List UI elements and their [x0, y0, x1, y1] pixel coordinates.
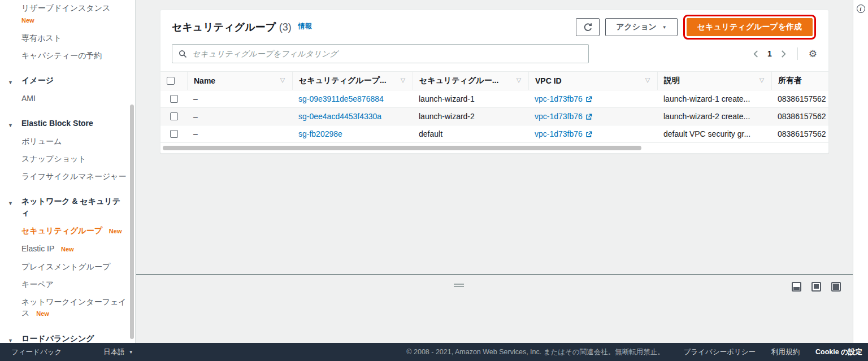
vpc-id-link[interactable]: vpc-1d73fb76: [535, 94, 583, 103]
detail-panel: [136, 274, 853, 343]
info-icon[interactable]: i: [857, 5, 865, 13]
sidebar-item-label: 専有ホスト: [21, 33, 62, 42]
cell-sg-name: launch-wizard-1: [413, 90, 528, 107]
security-groups-table: Name ▽ セキュリティグループ... ▽ セキュリティグルー... ▽ VP…: [160, 71, 828, 143]
sidebar: リザーブドインスタンス New 専有ホスト キャパシティーの予約 ▼ イメージ …: [0, 0, 136, 343]
sidebar-item-reserved-instances[interactable]: リザーブドインスタンス New: [21, 2, 127, 26]
actions-button[interactable]: アクション ▼: [605, 18, 678, 36]
create-security-group-label: セキュリティグループを作成: [697, 22, 802, 32]
sidebar-scrollbar[interactable]: [130, 105, 134, 339]
table-row: – sg-0ee4acd4453f4330a launch-wizard-2 v…: [160, 108, 828, 125]
divider: [797, 47, 798, 60]
caret-down-icon: ▼: [8, 335, 13, 343]
sidebar-item-dedicated-hosts[interactable]: 専有ホスト: [21, 32, 127, 44]
external-link-icon: [585, 96, 592, 103]
cell-description: launch-wizard-2 create...: [657, 108, 771, 125]
chevron-left-icon[interactable]: [753, 50, 759, 58]
language-selector[interactable]: 日本語 ▼: [103, 347, 133, 357]
create-security-group-button[interactable]: セキュリティグループを作成: [687, 18, 813, 36]
sg-id-link[interactable]: sg-fb20298e: [298, 129, 342, 138]
cell-owner: 08386157562: [771, 108, 828, 125]
column-header-owner[interactable]: 所有者: [771, 72, 828, 90]
vpc-id-link[interactable]: vpc-1d73fb76: [535, 112, 583, 121]
refresh-button[interactable]: [576, 18, 600, 36]
result-count: (3): [279, 21, 292, 33]
panel-resize-handle[interactable]: [454, 284, 464, 288]
sidebar-section-label: ロードバランシング: [21, 334, 94, 343]
column-header-sg-name[interactable]: セキュリティグルー... ▽: [413, 72, 528, 90]
panel-layout-buttons: [792, 282, 841, 292]
feedback-link[interactable]: フィードバック: [11, 347, 62, 357]
sort-icon: ▽: [759, 77, 765, 85]
row-checkbox[interactable]: [170, 130, 178, 138]
sidebar-item-label: AMI: [21, 94, 36, 103]
row-checkbox[interactable]: [170, 95, 178, 103]
terms-link[interactable]: 利用規約: [771, 347, 800, 357]
page-title: セキュリティグループ: [172, 20, 276, 34]
search-icon: [179, 50, 187, 58]
sg-id-link[interactable]: sg-09e3911de5e876884: [298, 94, 384, 103]
column-header-vpc-id[interactable]: VPC ID ▽: [528, 72, 657, 90]
column-header-sg-id[interactable]: セキュリティグループ... ▽: [292, 72, 413, 90]
cell-name: –: [187, 108, 292, 125]
sidebar-item-label: プレイスメントグループ: [21, 262, 110, 271]
search-input[interactable]: [192, 49, 582, 58]
sidebar-item-ami[interactable]: AMI: [21, 93, 127, 104]
sidebar-item-security-groups[interactable]: セキュリティグループ New: [21, 225, 127, 237]
panel-layout-bottom-icon[interactable]: [792, 282, 801, 292]
table-row: – sg-fb20298e default vpc-1d73fb76 defau…: [160, 125, 828, 143]
new-badge: New: [36, 310, 49, 317]
horizontal-scrollbar-thumb[interactable]: [163, 146, 641, 150]
caret-down-icon: ▼: [8, 77, 13, 88]
caret-down-icon: ▼: [8, 120, 13, 131]
sort-icon: ▽: [280, 77, 285, 85]
sidebar-section-network-security[interactable]: ▼ ネットワーク & セキュリティ: [21, 195, 127, 218]
table-header-row: Name ▽ セキュリティグループ... ▽ セキュリティグルー... ▽ VP…: [160, 72, 828, 90]
sidebar-item-label: Elastic IP: [21, 244, 54, 253]
gear-icon[interactable]: ⚙: [809, 49, 817, 59]
language-label: 日本語: [103, 347, 125, 357]
sidebar-section-load-balancing[interactable]: ▼ ロードバランシング: [21, 333, 127, 343]
cell-owner: 08386157562: [771, 125, 828, 142]
cell-description: launch-wizard-1 create...: [657, 90, 771, 107]
panel-layout-split-icon[interactable]: [811, 282, 821, 292]
sidebar-item-volumes[interactable]: ボリューム: [21, 136, 127, 147]
current-page[interactable]: 1: [767, 49, 772, 58]
sidebar-item-capacity-reservations[interactable]: キャパシティーの予約: [21, 50, 127, 61]
sort-icon: ▽: [400, 77, 406, 85]
actions-button-label: アクション: [616, 22, 657, 32]
panel-layout-full-icon[interactable]: [831, 282, 841, 292]
privacy-policy-link[interactable]: プライバシーポリシー: [684, 347, 756, 357]
footer: フィードバック 日本語 ▼ © 2008 - 2021, Amazon Web …: [0, 343, 868, 361]
copyright-text: © 2008 - 2021, Amazon Web Services, Inc.…: [406, 347, 664, 357]
refresh-icon: [583, 23, 593, 32]
cell-owner: 08386157562: [771, 90, 828, 107]
sidebar-item-key-pairs[interactable]: キーペア: [21, 279, 127, 290]
sidebar-item-snapshots[interactable]: スナップショット: [21, 153, 127, 164]
select-all-checkbox[interactable]: [167, 77, 175, 85]
sidebar-item-lifecycle-manager[interactable]: ライフサイクルマネージャー: [21, 171, 127, 182]
new-badge: New: [109, 228, 122, 234]
sidebar-item-placement-groups[interactable]: プレイスメントグループ: [21, 261, 127, 272]
filter-row: 1 ⚙: [160, 42, 828, 71]
pagination: 1 ⚙: [753, 47, 817, 60]
sidebar-item-elastic-ip[interactable]: Elastic IP New: [21, 243, 127, 255]
info-link[interactable]: 情報: [298, 21, 312, 31]
sidebar-item-label: スナップショット: [21, 154, 86, 163]
row-checkbox[interactable]: [170, 112, 178, 120]
sg-id-link[interactable]: sg-0ee4acd4453f4330a: [298, 112, 381, 121]
security-groups-card: セキュリティグループ (3) 情報 アクション ▼ セキ: [160, 10, 829, 154]
new-badge: New: [21, 15, 127, 26]
chevron-right-icon[interactable]: [780, 50, 787, 58]
sidebar-section-ebs[interactable]: ▼ Elastic Block Store: [21, 118, 127, 129]
external-link-icon: [585, 131, 592, 138]
cookie-settings-link[interactable]: Cookie の設定: [815, 347, 862, 357]
cell-name: –: [187, 90, 292, 107]
vpc-id-link[interactable]: vpc-1d73fb76: [535, 129, 583, 138]
sidebar-item-network-interfaces[interactable]: ネットワークインターフェイス New: [21, 296, 127, 319]
column-header-name[interactable]: Name ▽: [187, 72, 292, 90]
sidebar-item-label: ボリューム: [21, 137, 62, 146]
sidebar-item-label: セキュリティグループ: [21, 226, 102, 235]
column-header-description[interactable]: 説明 ▽: [657, 72, 771, 90]
sidebar-section-images[interactable]: ▼ イメージ: [21, 75, 127, 86]
